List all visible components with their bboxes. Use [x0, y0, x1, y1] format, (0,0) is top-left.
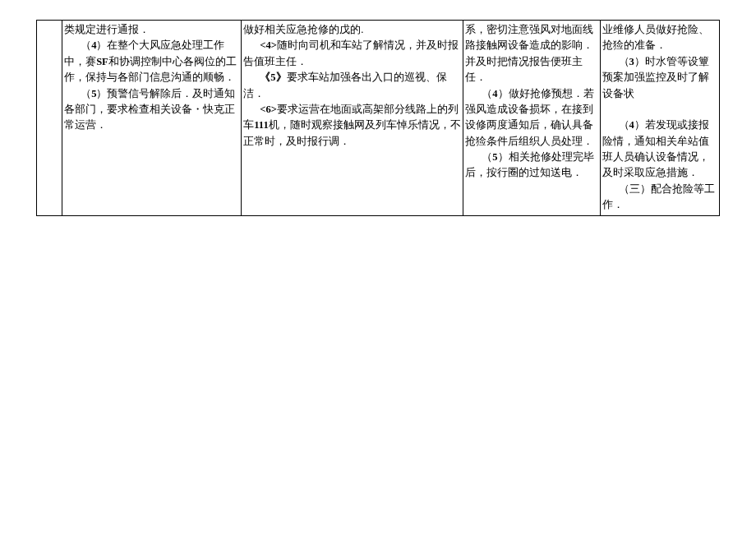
cell-col4: 业维修人员做好抢险、抢猃的准备． （3）时水管等设簟预案加强监控及时了解设备状 …: [600, 21, 719, 216]
text: 《5》要求车站加强各出入口的巡视、保洁．: [243, 70, 461, 102]
cell-blank: [37, 21, 62, 216]
text: （4）做好抢修预想．若强风造成设备损坏，在接到设修两度通知后，确认具备抢猃条件后…: [465, 86, 597, 150]
text: 做好相关应急抢修的戊的.: [243, 22, 461, 38]
bold-num: 《5》: [260, 71, 286, 83]
text: （三）配合抢险等工作．: [602, 182, 717, 214]
text: （3）时水管等设簟预案加强监控及时了解设备状: [602, 54, 717, 102]
cell-col3: 系，密切注意强风对地面线路接触网设备造成的影响．并及时把情况报告便班主任． （4…: [463, 21, 600, 216]
cell-col2: 做好相关应急抢修的戊的. <4>随时向司机和车站了解情况，并及时报告值班主任． …: [242, 21, 463, 216]
bold-111: 111: [254, 119, 268, 131]
text: 业维修人员做好抢险、抢猃的准备．: [602, 22, 717, 54]
text: （5）预警信号解除后．及时通知各部门，要求检查相关设备・快克正常运营．: [64, 86, 239, 134]
text: <6>要求运营在地面或高架部分线路上的列车111机，随时观察接触网及列车悼乐情况…: [243, 102, 461, 150]
text: 类规定进行通报．: [64, 22, 239, 38]
bold-num: <6>: [260, 104, 277, 115]
text: （4）在整个大风应急处理工作中，赛SF和协调控制中心各阀位的工作，保持与各部门信…: [64, 38, 239, 85]
cell-col1: 类规定进行通报． （4）在整个大风应急处理工作中，赛SF和协调控制中心各阀位的工…: [62, 21, 242, 216]
text: （5）相关抢修处理完毕后，按行圈的过知送电．: [465, 150, 597, 182]
document-table: 类规定进行通报． （4）在整个大风应急处理工作中，赛SF和协调控制中心各阀位的工…: [36, 20, 720, 216]
text: （4）若发现或接报险情，通知相关牟站值班人员确认设备情况，及时采取应急措施．: [602, 118, 717, 182]
text: 系，密切注意强风对地面线路接触网设备造成的影响．并及时把情况报告便班主任．: [465, 22, 597, 86]
text: <4>随时向司机和车站了解情况，并及时报告值班主任．: [243, 38, 461, 70]
bold-num: <4>: [260, 39, 277, 51]
table-row: 类规定进行通报． （4）在整个大风应急处理工作中，赛SF和协调控制中心各阀位的工…: [37, 21, 720, 216]
text: [602, 102, 717, 118]
bold-sf: SF: [96, 56, 108, 67]
